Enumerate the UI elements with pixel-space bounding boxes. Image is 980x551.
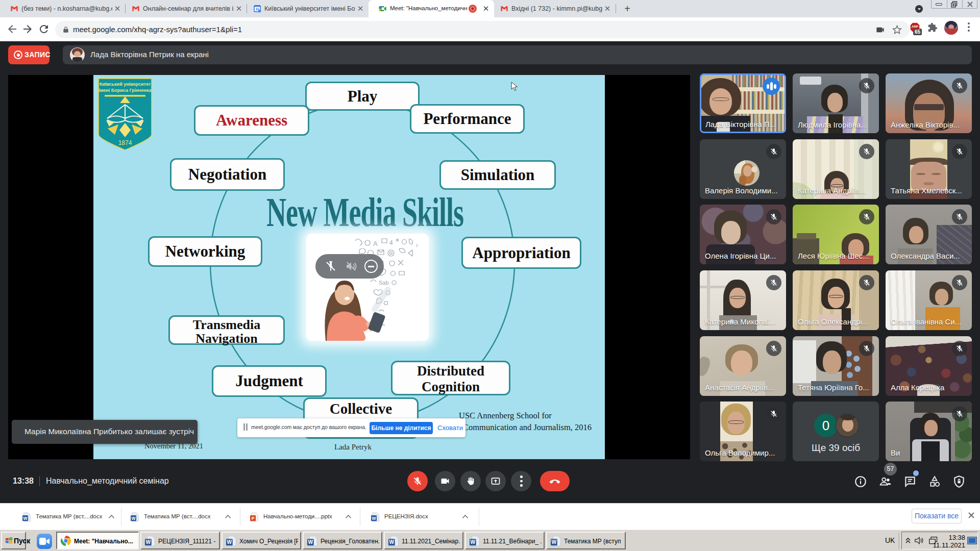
svg-text:ABP: ABP: [912, 24, 918, 28]
svg-text:W: W: [132, 516, 136, 521]
svg-text:W: W: [308, 539, 313, 545]
svg-text:імені Бориса Грінченка: імені Бориса Грінченка: [99, 88, 152, 93]
svg-text:W: W: [23, 516, 28, 521]
svg-text:Київський університет: Київський університет: [100, 82, 151, 87]
svg-text:W: W: [227, 539, 232, 545]
svg-text:W: W: [471, 539, 476, 545]
svg-text:♪: ♪: [415, 242, 419, 248]
svg-text:P: P: [252, 516, 255, 521]
svg-text:W: W: [146, 539, 151, 545]
svg-text:Sab: Sab: [379, 280, 389, 286]
svg-text:A: A: [373, 240, 378, 247]
svg-text:4: 4: [389, 239, 393, 246]
svg-text:W: W: [372, 516, 377, 521]
svg-text:1874: 1874: [118, 139, 132, 146]
svg-text:W: W: [389, 539, 395, 545]
svg-text:W: W: [552, 539, 557, 545]
